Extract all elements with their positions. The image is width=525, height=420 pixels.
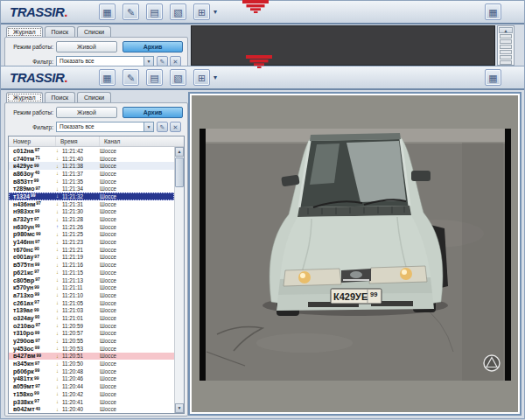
- column-header[interactable]: Номер: [9, 136, 56, 146]
- chevron-down-icon[interactable]: ▼: [144, 57, 153, 66]
- event-time: 11:21:01: [62, 315, 83, 321]
- table-row[interactable]: в427вм99↓11:20:51Шоссе: [9, 353, 174, 360]
- table-row[interactable]: а059мт97↓11:20:44Шоссе: [9, 382, 174, 390]
- direction-icon: ↓: [56, 284, 62, 291]
- table-row[interactable]: т139ае99↓11:21:03Шоссе: [9, 306, 174, 314]
- direction-icon: ↓: [56, 375, 62, 382]
- table-row[interactable]: у481тх99↓11:20:46Шоссе: [9, 375, 174, 383]
- table-row[interactable]: в575тн99↓11:21:16Шоссе: [9, 261, 174, 269]
- layout-thumbnail[interactable]: [500, 55, 512, 60]
- table-row[interactable]: с261ах97↓11:21:05Шоссе: [9, 299, 174, 307]
- snapshot-icon[interactable]: ▧: [170, 69, 186, 86]
- snapshot-icon[interactable]: ▧: [170, 4, 186, 20]
- edit-icon[interactable]: ✎: [122, 4, 139, 20]
- direction-icon: ↓: [56, 208, 62, 215]
- event-time: 11:21:16: [62, 262, 83, 268]
- event-time: 11:21:15: [62, 270, 83, 276]
- table-row[interactable]: а732ут97↓11:21:28Шоссе: [9, 215, 174, 223]
- table-row[interactable]: у146нн97↓11:21:23Шоссе: [9, 238, 174, 246]
- table-row[interactable]: н436нм97↓11:21:31Шоссе: [9, 200, 174, 208]
- table-row[interactable]: р621кс97↓11:21:15Шоссе: [9, 269, 174, 276]
- table-row[interactable]: с740тм71↓11:21:40Шоссе: [9, 155, 174, 163]
- scroll-up-icon[interactable]: ▲: [499, 27, 513, 33]
- event-time: 11:21:40: [62, 156, 83, 162]
- table-row[interactable]: с012на97↓11:21:42Шоссе: [9, 147, 174, 155]
- table-row[interactable]: у290ов97↓11:20:55Шоссе: [9, 337, 174, 345]
- table-row[interactable]: а713хо99↓11:21:10Шоссе: [9, 291, 174, 299]
- plate-number: у453ос: [13, 346, 34, 352]
- table-row[interactable]: в853тт99↓11:21:35Шоссе: [9, 178, 174, 186]
- layout-thumbnail[interactable]: [500, 34, 512, 38]
- layout-grid-icon[interactable]: ▦: [485, 69, 501, 86]
- layout-thumbnail[interactable]: [500, 60, 512, 65]
- journal-icon[interactable]: ▤: [146, 4, 163, 20]
- table-row[interactable]: р980мс99↓11:21:25Шоссе: [9, 231, 174, 239]
- video-area-dark[interactable]: [191, 25, 495, 66]
- layout-thumbnail[interactable]: [500, 39, 512, 44]
- channel-name: Шоссе: [100, 239, 174, 245]
- table-row[interactable]: т670нс90↓11:21:21Шоссе: [9, 246, 174, 254]
- journal-icon[interactable]: ▤: [146, 69, 163, 86]
- tab-3[interactable]: Списки: [77, 92, 111, 102]
- event-time: 11:21:30: [62, 208, 83, 214]
- tab-2[interactable]: Поиск: [45, 92, 75, 102]
- filter-clear-button[interactable]: ✕: [170, 122, 181, 132]
- channel-name: Шоссе: [100, 171, 174, 177]
- table-row[interactable]: т310ро99↓11:20:57Шоссе: [9, 330, 174, 338]
- table-row[interactable]: н983хх99↓11:21:30Шоссе: [9, 208, 174, 216]
- tab-2[interactable]: Поиск: [45, 26, 75, 37]
- table-row[interactable]: а863оу40↓11:21:37Шоссе: [9, 170, 174, 178]
- channel-name: Шоссе: [100, 338, 174, 344]
- archive-mode-button[interactable]: Архив: [122, 107, 183, 118]
- table-row[interactable]: в042мт40↓11:20:40Шоссе: [9, 405, 174, 413]
- table-row[interactable]: н630ун99↑11:21:26Шоссе: [9, 223, 174, 231]
- panel-body: Режим работы: Живой Архив Фильтр: Показа…: [4, 102, 188, 416]
- layout-thumbnail[interactable]: [500, 45, 512, 49]
- plate-number: у146нн: [13, 239, 34, 245]
- table-row[interactable]: о324ау90↓11:21:01Шоссе: [9, 314, 174, 322]
- tab-3[interactable]: Списки: [77, 26, 111, 37]
- vertical-scrollbar[interactable]: ▲ ▼: [174, 147, 184, 413]
- video-cell[interactable]: К429УЕ 99: [188, 92, 522, 416]
- chevron-down-icon[interactable]: ▼: [144, 122, 153, 131]
- chevron-down-icon[interactable]: ▾: [214, 74, 217, 81]
- filter-edit-button[interactable]: ✎: [157, 122, 168, 132]
- table-row[interactable]: р338кх97↓11:20:41Шоссе: [9, 398, 174, 406]
- monitor-icon[interactable]: ▦: [99, 69, 116, 86]
- table-row[interactable]: к570ун99↓11:21:11Шоссе: [9, 284, 174, 291]
- direction-icon: ↓: [56, 383, 62, 390]
- live-mode-button[interactable]: Живой: [56, 107, 117, 118]
- scrollbar-thumb[interactable]: [175, 158, 184, 187]
- event-time: 11:20:44: [62, 383, 83, 389]
- table-row[interactable]: о210во97↓11:20:59Шоссе: [9, 322, 174, 330]
- monitor-icon[interactable]: ▦: [99, 4, 116, 20]
- table-row[interactable]: е001ау97↓11:21:19Шоссе: [9, 254, 174, 262]
- table-row[interactable]: у453ос99↓11:20:53Шоссе: [9, 345, 174, 353]
- archive-mode-button[interactable]: Архив: [122, 41, 183, 52]
- live-mode-button[interactable]: Живой: [56, 41, 117, 52]
- table-row[interactable]: т158хо99↓11:20:42Шоссе: [9, 390, 174, 398]
- direction-icon: ↓: [56, 276, 62, 284]
- layout-grid-icon[interactable]: ▦: [485, 4, 501, 20]
- table-row[interactable]: т132499↓11:21:32Шоссе: [9, 192, 174, 200]
- direction-icon: ↓: [56, 192, 62, 200]
- edit-icon[interactable]: ✎: [122, 69, 139, 86]
- table-row[interactable]: т289мо97↓11:21:34Шоссе: [9, 185, 174, 192]
- settings-icon[interactable]: ⊞: [193, 4, 210, 20]
- column-header[interactable]: Время: [56, 136, 100, 146]
- filter-combobox[interactable]: Показать все ▼: [56, 122, 154, 132]
- event-time: 11:21:31: [62, 201, 83, 207]
- layout-thumbnail-strip[interactable]: ▲: [497, 25, 514, 66]
- settings-icon[interactable]: ⊞: [193, 69, 210, 86]
- column-header[interactable]: Канал: [100, 136, 184, 146]
- table-row[interactable]: с805вр97↓11:21:13Шоссе: [9, 276, 174, 284]
- layout-thumbnail[interactable]: [500, 50, 512, 54]
- scroll-up-icon[interactable]: ▲: [175, 147, 184, 157]
- table-row[interactable]: н345кн97↓11:20:50Шоссе: [9, 360, 174, 368]
- journal-panel: ЖурналПоискСписки Режим работы: Живой Ар…: [4, 26, 188, 70]
- table-row[interactable]: р606рк99↓11:20:48Шоссе: [9, 368, 174, 375]
- table-row[interactable]: к429уе99↓11:21:38Шоссе: [9, 162, 174, 170]
- channel-name: Шоссе: [100, 399, 174, 405]
- scroll-down-icon[interactable]: ▼: [175, 403, 184, 413]
- chevron-down-icon[interactable]: ▾: [214, 8, 217, 16]
